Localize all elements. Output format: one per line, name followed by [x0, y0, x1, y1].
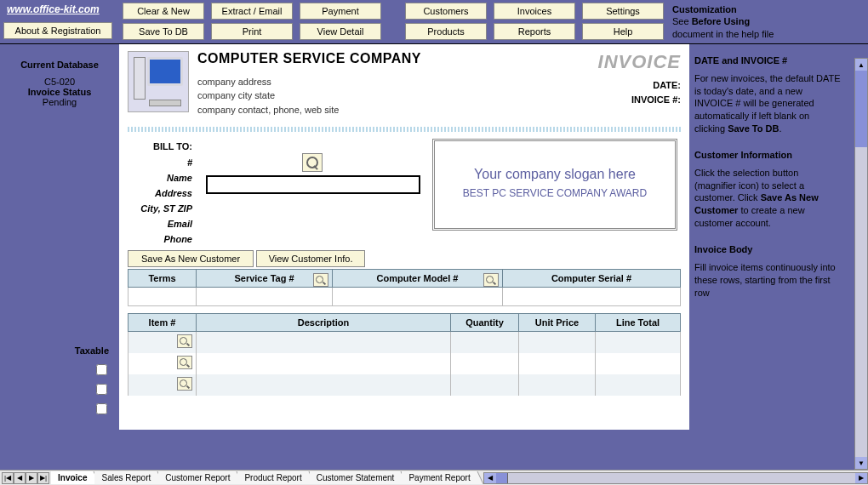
help-customer-heading: Customer Information [694, 149, 842, 162]
horizontal-scrollbar[interactable]: ◀ ▶ [483, 472, 868, 484]
item-cell[interactable] [128, 332, 197, 354]
help-body-heading: Invoice Body [694, 243, 842, 256]
item-cell[interactable] [128, 353, 197, 374]
th-unit-price: Unit Price [519, 314, 596, 332]
th-service-tag: Service Tag # [197, 270, 333, 288]
cell-service-tag[interactable] [197, 288, 333, 306]
tab-nav-last[interactable]: ▶| [37, 472, 49, 484]
current-db-heading: Current Database [3, 60, 116, 70]
save-new-customer-button[interactable]: Save As New Customer [128, 250, 254, 267]
taxable-checkbox-3[interactable] [96, 403, 107, 414]
item-lookup-icon[interactable] [177, 334, 192, 348]
divider [128, 127, 681, 132]
invoice-status-value: Pending [3, 97, 116, 107]
products-button[interactable]: Products [405, 23, 487, 40]
customer-name-input[interactable] [206, 175, 420, 194]
help-date-text: For new invoices, the default DATE is to… [694, 72, 842, 135]
tab-sales-report[interactable]: Sales Report [94, 471, 158, 484]
invoices-button[interactable]: Invoices [494, 3, 575, 20]
invoice-number-label: INVOICE #: [598, 93, 681, 108]
toolbar: www.office-kit.com About & Registration … [0, 0, 868, 43]
taxable-label: Taxable [3, 345, 116, 356]
hscroll-left-arrow[interactable]: ◀ [484, 473, 496, 483]
th-item: Item # [128, 314, 197, 332]
customization-note: Customization See Before Using document … [667, 0, 825, 43]
help-panel: DATE and INVOICE # For new invoices, the… [689, 44, 847, 430]
about-button[interactable]: About & Registration [3, 22, 112, 39]
vscroll-thumb[interactable] [855, 71, 867, 147]
left-sidebar: Current Database C5-020 Invoice Status P… [0, 44, 119, 430]
help-button[interactable]: Help [582, 23, 664, 40]
taxable-checkbox-1[interactable] [96, 364, 107, 375]
help-body-text: Fill invoice items continuously into the… [694, 261, 842, 300]
tab-nav-next[interactable]: ▶ [26, 472, 37, 484]
view-customer-info-button[interactable]: View Customer Info. [256, 250, 365, 267]
date-label: DATE: [598, 78, 681, 94]
save-to-db-button[interactable]: Save To DB [123, 23, 204, 40]
model-lookup-icon[interactable] [483, 273, 499, 287]
settings-button[interactable]: Settings [582, 3, 664, 20]
help-customer-text: Click the selection button (magnifier ic… [694, 167, 842, 230]
th-line-total: Line Total [596, 314, 681, 332]
tab-customer-statement[interactable]: Customer Statement [310, 471, 403, 484]
tab-invoice[interactable]: Invoice [51, 471, 94, 484]
print-button[interactable]: Print [211, 23, 293, 40]
hscroll-thumb[interactable] [496, 473, 508, 483]
hscroll-right-arrow[interactable]: ▶ [855, 473, 867, 483]
cell-terms[interactable] [128, 288, 197, 306]
th-computer-model: Computer Model # [333, 270, 503, 288]
slogan-box: Your company slogan here BEST PC SERVICE… [432, 139, 677, 231]
th-computer-serial: Computer Serial # [503, 270, 681, 288]
reports-button[interactable]: Reports [494, 23, 575, 40]
payment-button[interactable]: Payment [300, 3, 381, 20]
scroll-down-arrow[interactable]: ▼ [855, 457, 867, 469]
vertical-scrollbar[interactable]: ▲ ▼ [854, 58, 868, 470]
th-quantity: Quantity [451, 314, 519, 332]
scroll-up-arrow[interactable]: ▲ [855, 59, 867, 71]
taxable-checkbox-2[interactable] [96, 384, 107, 395]
company-address-block: company address company city state compa… [197, 75, 590, 117]
extract-email-button[interactable]: Extract / Email [211, 3, 293, 20]
service-tag-lookup-icon[interactable] [313, 273, 328, 287]
tab-customer-report[interactable]: Customer Report [158, 471, 237, 484]
url-link[interactable]: www.office-kit.com [0, 0, 119, 19]
help-date-heading: DATE and INVOICE # [694, 54, 842, 67]
select-customer-icon[interactable] [302, 153, 323, 172]
cell-serial[interactable] [503, 288, 681, 306]
tab-nav-prev[interactable]: ◀ [14, 472, 26, 484]
line-items-table: Item # Description Quantity Unit Price L… [128, 313, 681, 396]
item-lookup-icon[interactable] [177, 377, 192, 391]
service-info-table: Terms Service Tag # Computer Model # Com… [128, 269, 681, 306]
tab-nav-first[interactable]: |◀ [2, 472, 14, 484]
db-code: C5-020 [3, 77, 116, 87]
th-terms: Terms [128, 270, 197, 288]
cell-model[interactable] [333, 288, 503, 306]
invoice-title: INVOICE [598, 51, 681, 73]
computer-icon [128, 51, 189, 112]
view-detail-button[interactable]: View Detail [300, 23, 381, 40]
item-lookup-icon[interactable] [177, 356, 192, 369]
sheet-tabs: |◀ ◀ ▶ ▶| Invoice Sales Report Customer … [0, 470, 868, 485]
billto-labels: BILL TO: # Name Address City, ST ZIP Ema… [128, 139, 192, 247]
th-description: Description [197, 314, 451, 332]
invoice-status-label: Invoice Status [3, 87, 116, 97]
company-name: COMPUTER SERVICE COMPANY [197, 51, 590, 66]
tab-product-report[interactable]: Product Report [237, 471, 309, 484]
clear-new-button[interactable]: Clear & New [123, 3, 204, 20]
item-cell[interactable] [128, 374, 197, 396]
invoice-sheet: COMPUTER SERVICE COMPANY company address… [119, 44, 689, 430]
customers-button[interactable]: Customers [405, 3, 487, 20]
tab-payment-report[interactable]: Payment Report [402, 471, 477, 484]
